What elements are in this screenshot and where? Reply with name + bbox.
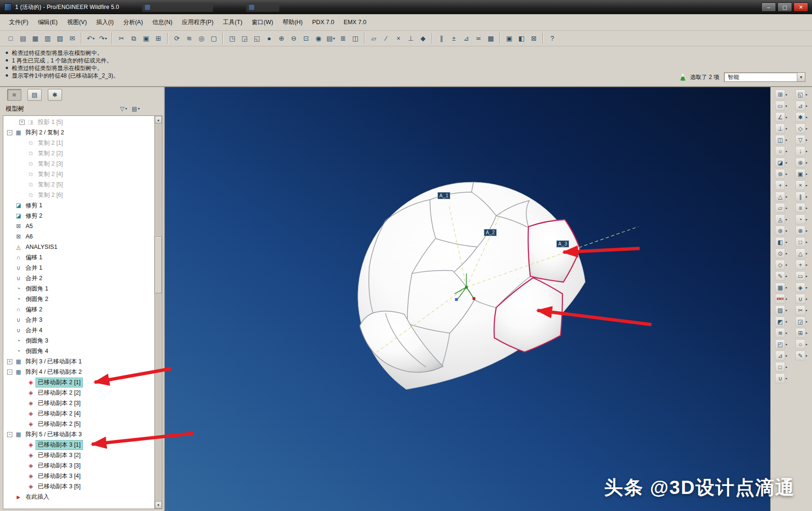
tree-item[interactable]: 复制 2 [2] — [3, 148, 154, 159]
menu-item-2[interactable]: 编辑(E) — [34, 17, 62, 28]
tree-item[interactable]: A6 — [3, 231, 154, 242]
right-tool-b21-icon[interactable]: ◲ — [795, 317, 805, 326]
tree-item[interactable]: −阵列 5 / 已移动副本 3 — [3, 429, 154, 440]
tree-item[interactable]: 已移动副本 3 [2] — [3, 450, 154, 460]
right-tool-a19-icon[interactable]: EMX — [775, 294, 785, 304]
context-help-icon[interactable]: ? — [546, 33, 558, 44]
right-tool-a10-icon[interactable]: △ — [775, 192, 785, 202]
tree-item[interactable]: 复制 2 [6] — [3, 190, 154, 200]
right-tool-b22-icon[interactable]: ⊞ — [795, 328, 805, 338]
view-manager-icon[interactable]: ◫ — [349, 33, 361, 44]
tree-item[interactable]: 复制 2 [3] — [3, 159, 154, 169]
tree-show-menu[interactable]: ▽▾ — [119, 105, 127, 113]
copy-icon[interactable]: ⧉ — [128, 33, 140, 44]
tree-item[interactable]: −阵列 4 / 已移动副本 2 — [3, 367, 154, 377]
save-icon[interactable]: ▦ — [29, 33, 41, 44]
flyout-arrow-icon[interactable]: ▸ — [785, 308, 787, 312]
menu-item-9[interactable]: 窗口(W) — [248, 17, 277, 28]
paste-icon[interactable]: ▣ — [140, 33, 152, 44]
tree-item[interactable]: 在此插入 — [3, 492, 154, 502]
scrollbar-thumb[interactable] — [155, 237, 162, 293]
menu-item-1[interactable]: 文件(F) — [5, 17, 33, 28]
tree-item[interactable]: 合并 4 — [3, 325, 154, 335]
tree-item[interactable]: 已移动副本 2 [4] — [3, 408, 154, 419]
right-tool-a22-icon[interactable]: ≋ — [775, 328, 785, 338]
right-tool-b13-icon[interactable]: ⊗ — [795, 226, 805, 236]
tree-item[interactable]: 已移动副本 2 [1] — [3, 377, 154, 388]
flyout-arrow-icon[interactable]: ▸ — [785, 320, 787, 324]
flyout-arrow-icon[interactable]: ▸ — [785, 138, 787, 142]
expand-plus-icon[interactable]: + — [19, 120, 25, 125]
spin-center-icon[interactable]: ◆ — [417, 33, 429, 44]
refit-icon[interactable]: ⊡ — [300, 33, 312, 44]
menu-item-8[interactable]: 工具(T) — [219, 17, 247, 28]
flyout-arrow-icon[interactable]: ▸ — [806, 263, 808, 267]
right-tool-a9-icon[interactable]: + — [775, 180, 785, 190]
tree-item[interactable]: +阵列 3 / 已移动副本 1 — [3, 356, 154, 367]
flyout-arrow-icon[interactable]: ▸ — [785, 354, 787, 358]
3d-viewport[interactable]: A_1 A_2 A_3 — [165, 87, 770, 511]
datum-tag-a3[interactable]: A_3 — [556, 240, 569, 247]
maximize-button[interactable]: ▢ — [777, 2, 792, 12]
flyout-arrow-icon[interactable]: ▸ — [785, 297, 787, 301]
menu-item-7[interactable]: 应用程序(P) — [178, 17, 218, 28]
flyout-arrow-icon[interactable]: ▸ — [785, 93, 787, 97]
flyout-arrow-icon[interactable]: ▸ — [785, 218, 787, 221]
right-tool-a5-icon[interactable]: ◫ — [775, 135, 785, 145]
flyout-arrow-icon[interactable]: ▸ — [806, 308, 808, 312]
tree-item[interactable]: ANALYSIS1 — [3, 242, 154, 252]
new-window-icon[interactable]: ▣ — [503, 33, 515, 44]
flyout-arrow-icon[interactable]: ▸ — [806, 150, 808, 153]
minimize-button[interactable]: – — [761, 2, 776, 12]
right-tool-b7-icon[interactable]: ⊕ — [795, 158, 805, 167]
flyout-arrow-icon[interactable]: ▸ — [806, 218, 808, 221]
scrollbar-track[interactable] — [155, 123, 162, 501]
right-tool-b4-icon[interactable]: ◇ — [795, 123, 805, 133]
right-tool-b5-icon[interactable]: ▽ — [795, 135, 805, 145]
dropdown-arrow-icon[interactable]: ▾ — [333, 36, 335, 41]
undo-icon[interactable]: ↶▾ — [85, 33, 97, 44]
tree-item[interactable]: 修剪 2 — [3, 211, 154, 221]
flyout-arrow-icon[interactable]: ▸ — [806, 252, 808, 256]
open-file-icon[interactable]: ▤ — [17, 33, 29, 44]
annotation-display-icon[interactable]: ∥ — [436, 33, 447, 44]
right-tool-a15-icon[interactable]: ⊙ — [775, 248, 785, 258]
zoom-out-icon[interactable]: ⊖ — [288, 33, 300, 44]
new-file-icon[interactable]: □ — [5, 33, 17, 44]
redo-icon[interactable]: ↷▾ — [97, 33, 109, 44]
flyout-arrow-icon[interactable]: ▸ — [806, 127, 808, 131]
saved-views-icon[interactable]: ▤▾ — [325, 33, 337, 44]
flyout-arrow-icon[interactable]: ▸ — [785, 343, 787, 346]
send-mail-icon[interactable]: ✉ — [66, 33, 78, 44]
right-tool-a16-icon[interactable]: ◇ — [775, 260, 785, 270]
right-tool-a12-icon[interactable]: ◬ — [775, 214, 785, 224]
flyout-arrow-icon[interactable]: ▸ — [785, 274, 787, 278]
favorites-tab[interactable]: ✱ — [48, 89, 62, 101]
flyout-arrow-icon[interactable]: ▸ — [785, 240, 787, 244]
right-tool-a4-icon[interactable]: ⊥ — [775, 123, 785, 133]
right-tool-a11-icon[interactable]: ▱ — [775, 203, 785, 213]
menu-item-10[interactable]: 帮助(H) — [278, 17, 307, 28]
flyout-arrow-icon[interactable]: ▸ — [806, 104, 808, 108]
tree-item[interactable]: 复制 2 [5] — [3, 179, 154, 190]
tree-item[interactable]: 倒圆角 3 — [3, 335, 154, 346]
expand-plus-icon[interactable]: + — [7, 359, 12, 364]
flyout-arrow-icon[interactable]: ▸ — [785, 252, 787, 256]
dropdown-arrow-icon[interactable]: ▾ — [105, 36, 107, 41]
menu-item-4[interactable]: 插入(I) — [92, 17, 118, 28]
menu-item-5[interactable]: 分析(A) — [119, 17, 147, 28]
datum-tag-a1[interactable]: A_1 — [437, 192, 450, 199]
print-icon[interactable]: ▥ — [42, 33, 54, 44]
right-tool-b15-icon[interactable]: △ — [795, 248, 805, 258]
right-tool-b9-icon[interactable]: × — [795, 180, 805, 190]
tree-item[interactable]: 倒圆角 1 — [3, 283, 154, 294]
right-tool-a24-icon[interactable]: ⊿ — [775, 351, 785, 361]
tree-item[interactable]: 已移动副本 2 [5] — [3, 419, 154, 429]
flyout-arrow-icon[interactable]: ▸ — [785, 127, 787, 131]
flyout-arrow-icon[interactable]: ▸ — [785, 184, 787, 187]
notes-display-icon[interactable]: ⊿ — [460, 33, 472, 44]
cut-icon[interactable]: ✂ — [116, 33, 127, 44]
flyout-arrow-icon[interactable]: ▸ — [785, 263, 787, 267]
scroll-down-icon[interactable]: ▼ — [155, 501, 162, 509]
tree-item[interactable]: 已移动副本 3 [4] — [3, 471, 154, 481]
